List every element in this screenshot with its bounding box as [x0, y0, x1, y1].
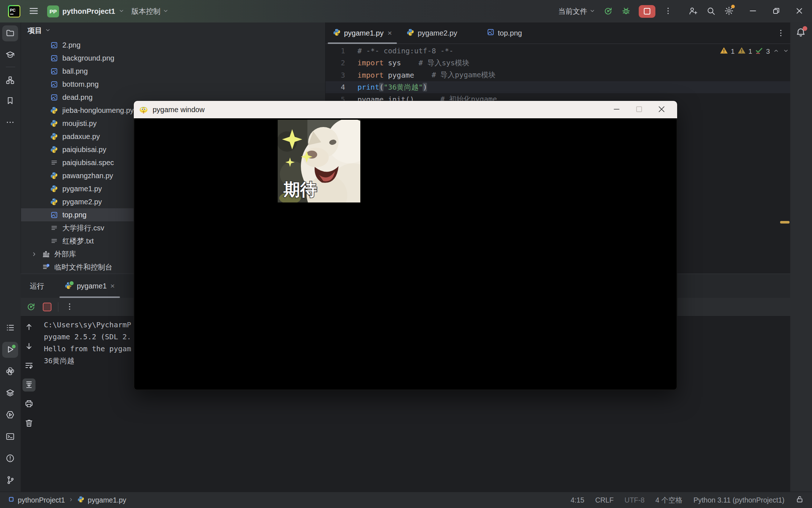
close-tab-icon[interactable]: ×	[388, 29, 392, 37]
sidebar-item-services[interactable]	[2, 385, 18, 401]
run-configuration-selector[interactable]: 当前文件	[558, 7, 595, 16]
line-ending[interactable]: CRLF	[595, 496, 614, 504]
tree-item[interactable]: background.png	[21, 52, 325, 65]
stop-process-button[interactable]	[42, 302, 52, 312]
image-file-icon	[50, 67, 58, 75]
sidebar-item-python-console[interactable]	[2, 364, 18, 380]
breadcrumb-project[interactable]: pythonProject1	[18, 496, 65, 504]
close-window-button[interactable]	[794, 5, 805, 17]
maximize-window-button[interactable]	[633, 103, 645, 116]
tab-options-button[interactable]	[775, 28, 786, 40]
print-button[interactable]	[22, 398, 36, 411]
tab-pygame1.py[interactable]: pygame1.py×	[326, 22, 399, 44]
rerun-button[interactable]	[602, 5, 613, 17]
file-encoding[interactable]: UTF-8	[625, 496, 645, 504]
pycharm-logo-icon: PC	[8, 5, 20, 17]
todo-list-icon	[5, 323, 15, 333]
graduation-cap-icon	[5, 50, 15, 61]
warning-stripe-mark[interactable]	[780, 221, 790, 224]
breadcrumb-file[interactable]: pygame1.py	[88, 496, 126, 504]
pygame-canvas: 期待	[134, 118, 677, 390]
pygame-window-title-bar[interactable]: pygame window	[134, 101, 677, 118]
rerun-button[interactable]	[25, 301, 36, 313]
sidebar-item-run[interactable]	[2, 342, 18, 358]
python-file-icon	[50, 198, 58, 206]
python-file-icon	[50, 185, 58, 193]
main-menu-button[interactable]	[28, 5, 40, 18]
code-with-me-button[interactable]	[687, 5, 698, 17]
chevron-up-icon	[773, 48, 779, 55]
stop-icon	[644, 8, 650, 15]
down-stacktrace-button[interactable]	[22, 340, 36, 353]
sidebar-item-todo[interactable]	[2, 320, 18, 336]
tree-item[interactable]: 2.png	[21, 38, 325, 52]
up-stacktrace-button[interactable]	[22, 321, 36, 334]
text-file-icon	[50, 159, 58, 167]
sidebar-item-learn[interactable]	[2, 47, 18, 63]
terminal-icon	[5, 432, 15, 442]
tab-top.png[interactable]: top.png	[480, 22, 529, 44]
sidebar-item-python-packages[interactable]	[2, 407, 18, 423]
hexagon-play-icon	[5, 410, 15, 421]
debug-button[interactable]	[621, 5, 631, 17]
sidebar-item-project[interactable]	[2, 25, 18, 41]
inspections-widget[interactable]: 1 1 3	[720, 46, 790, 57]
scroll-to-end-button[interactable]	[22, 378, 36, 392]
restore-window-button[interactable]	[771, 5, 782, 17]
unlock-icon[interactable]	[795, 495, 804, 505]
prev-problem-button[interactable]	[772, 47, 780, 56]
run-tab-label: pygame1	[77, 282, 107, 290]
image-file-icon	[50, 41, 58, 49]
run-tab-pygame1[interactable]: pygame1 ×	[59, 274, 120, 298]
minimize-window-button[interactable]	[747, 5, 758, 17]
close-window-button[interactable]	[655, 103, 668, 116]
tree-item[interactable]: bottom.png	[21, 78, 325, 91]
running-indicator	[12, 345, 16, 348]
tab-pygame2.py[interactable]: pygame2.py	[399, 22, 464, 44]
tab-label: pygame1.py	[344, 29, 384, 37]
sidebar-item-problems[interactable]	[2, 451, 18, 467]
close-tab-icon[interactable]: ×	[110, 282, 115, 290]
project-name: pythonProject1	[62, 7, 115, 16]
divider	[6, 67, 15, 67]
next-problem-button[interactable]	[782, 47, 790, 56]
run-config-label: 当前文件	[558, 7, 587, 16]
notifications-button[interactable]	[795, 27, 806, 40]
sidebar-item-bookmarks[interactable]	[2, 93, 18, 109]
python-interpreter[interactable]: Python 3.11 (pythonProject1)	[693, 496, 784, 504]
line-number: 4	[326, 83, 345, 91]
file-name: pygame2.py	[62, 198, 102, 206]
code-token: # 导入pygame模块	[414, 70, 496, 80]
code-line[interactable]: 2import sys # 导入sys模块	[326, 57, 791, 69]
sidebar-item-structure[interactable]	[2, 73, 18, 89]
python-icon	[77, 496, 84, 505]
code-line[interactable]: 3import pygame # 导入pygame模块	[326, 69, 791, 81]
console-more-button[interactable]	[64, 301, 75, 313]
file-name: moujisti.py	[62, 119, 96, 128]
sidebar-item-terminal[interactable]	[2, 429, 18, 445]
clear-console-button[interactable]	[22, 417, 36, 430]
settings-button[interactable]	[724, 5, 734, 17]
code-token: import	[357, 71, 384, 79]
more-actions-button[interactable]	[663, 5, 674, 17]
breadcrumb[interactable]: pythonProject1 pygame1.py	[0, 496, 126, 505]
file-name: ball.png	[62, 67, 88, 75]
code-line[interactable]: 4print("36黄尚越")	[326, 81, 791, 94]
project-panel-header[interactable]: 项目	[21, 22, 325, 38]
cursor-position[interactable]: 4:15	[571, 496, 584, 504]
tab-label: pygame2.py	[418, 29, 457, 37]
vcs-widget[interactable]: 版本控制	[132, 7, 169, 16]
sidebar-item-more[interactable]	[2, 115, 18, 131]
minimize-window-button[interactable]	[610, 103, 623, 116]
soft-wrap-button[interactable]	[22, 359, 36, 372]
search-everywhere-button[interactable]	[705, 5, 716, 17]
file-name: 红楼梦.txt	[62, 236, 94, 246]
pygame-window[interactable]: pygame window	[134, 101, 677, 390]
ok-count: 3	[766, 48, 770, 56]
file-name: 临时文件和控制台	[54, 262, 112, 272]
sidebar-item-version-control[interactable]	[2, 472, 18, 488]
indent-setting[interactable]: 4 个空格	[655, 495, 683, 505]
project-selector[interactable]: PP pythonProject1	[47, 5, 124, 17]
stop-button[interactable]	[639, 5, 655, 18]
tree-item[interactable]: ball.png	[21, 65, 325, 78]
